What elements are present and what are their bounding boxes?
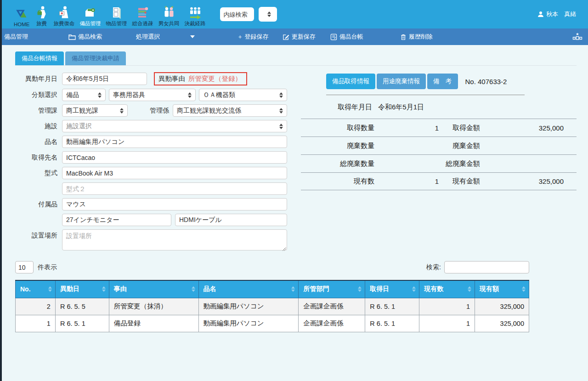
col-header-department[interactable]: 所管部門	[299, 280, 365, 298]
sitemap-icon	[572, 33, 582, 41]
col-header-current-qty[interactable]: 現有数	[419, 280, 475, 298]
managing-section-select[interactable]: 商工観光課	[62, 104, 128, 117]
header-row: No. 異動日 事由 品名 所管部門 取得日 現有数 現有額	[16, 280, 529, 298]
panel-tab-acquisition-info[interactable]: 備品取得情報	[326, 74, 375, 89]
panel-divider	[326, 95, 525, 95]
app-travel-report[interactable]: 旅費復命	[54, 1, 75, 27]
model-input[interactable]	[62, 167, 287, 179]
app-goods-management[interactable]: 物品管理	[106, 1, 127, 27]
gender-equality-icon	[162, 6, 176, 19]
table-search-label: 検索:	[426, 263, 441, 272]
acquired-amt-value: 325,000	[492, 124, 577, 132]
tab-equipment-ledger-info[interactable]: 備品台帳情報	[15, 51, 64, 65]
panel-tab-remarks[interactable]: 備 考	[427, 74, 458, 89]
resize-grip-icon[interactable]	[282, 247, 286, 251]
disposal-amt-label: 廃棄金額	[439, 142, 492, 150]
tab-bar: 備品台帳情報 備品管理決裁申請	[15, 51, 577, 66]
item-name-label: 品名	[15, 138, 57, 146]
sort-icon	[412, 286, 416, 292]
menu-history-delete[interactable]: 履歴削除	[400, 33, 433, 41]
col-header-acquired-date[interactable]: 取得日	[365, 280, 419, 298]
extension-select[interactable]	[259, 7, 277, 22]
table-row[interactable]: 1 R 6. 5. 1 備品登録 動画編集用パソコン 企画課企画係 R 6. 5…	[16, 315, 529, 332]
category-select-1[interactable]: 備品	[62, 89, 106, 101]
app-label: 備品管理	[80, 20, 101, 27]
app-label: 決裁経路	[185, 20, 206, 27]
menu-equipment-management[interactable]: 備品管理	[4, 33, 28, 41]
current-amt-label: 現有金額	[439, 177, 492, 186]
accessories-label: 付属品	[15, 200, 57, 209]
menu-update-save[interactable]: 更新保存	[283, 33, 316, 41]
col-header-no[interactable]: No.	[16, 280, 56, 298]
current-row: 現有数 1 現有金額 325,000	[301, 172, 577, 190]
accessory2-input[interactable]	[62, 214, 171, 226]
menu-equipment-ledger[interactable]: 備品台帳	[330, 33, 363, 41]
app-equipment-management[interactable]: 備品管理	[80, 1, 101, 27]
menu-equipment-search[interactable]: 備品検索	[68, 33, 102, 41]
updown-arrows-icon	[267, 11, 271, 17]
page-size-input[interactable]	[15, 261, 34, 273]
user-icon	[537, 11, 544, 17]
current-qty-value: 1	[374, 177, 439, 185]
sitemap-button[interactable]	[572, 33, 582, 41]
user-menu[interactable]: 秋本 真緒	[537, 10, 576, 18]
goods-management-icon	[110, 6, 124, 19]
transfer-reason-label: 異動事由	[158, 74, 185, 83]
app-home[interactable]: HOME	[14, 1, 30, 27]
managing-subsection-select[interactable]: 商工観光課観光交流係	[173, 104, 287, 117]
menu-register-save[interactable]: ＋ 登録保存	[237, 33, 269, 41]
history-table: No. 異動日 事由 品名 所管部門 取得日 現有数 現有額 2 R 6. 5.…	[15, 280, 529, 332]
category-select-2[interactable]: 事務用器具	[109, 89, 196, 101]
transfer-reason-value: 所管変更（登録）	[188, 74, 242, 83]
updown-arrows-icon	[279, 124, 283, 129]
disposal-row: 廃棄数量 廃棄金額	[301, 136, 577, 154]
model2-input[interactable]	[62, 182, 287, 195]
managing-section-label: 管理課	[15, 107, 57, 115]
sort-icon	[102, 286, 106, 292]
col-header-item-name[interactable]: 品名	[198, 280, 299, 298]
col-header-transfer-date[interactable]: 異動日	[55, 280, 109, 298]
supplier-input[interactable]	[62, 151, 287, 164]
item-name-input[interactable]	[62, 136, 287, 148]
panel-tab-disposal-info[interactable]: 用途廃棄情報	[377, 74, 426, 89]
menu-process-select-caret[interactable]	[190, 35, 195, 38]
menu-process-select[interactable]: 処理選択	[136, 33, 160, 41]
transfer-date-label: 異動年月日	[15, 75, 57, 83]
location-textarea[interactable]	[62, 229, 287, 250]
folder-icon	[68, 34, 76, 40]
accessory3-input[interactable]	[175, 214, 287, 226]
app-travel-expense[interactable]: 旅費	[35, 1, 49, 27]
app-gender-equality[interactable]: 男女共同	[158, 1, 180, 27]
disposal-qty-label: 廃棄数量	[301, 142, 374, 150]
current-amt-value: 325,000	[492, 177, 577, 185]
col-header-current-amt[interactable]: 現有額	[475, 280, 529, 298]
extension-search-input[interactable]	[220, 7, 254, 21]
menubar: 備品管理 備品検索 処理選択 ＋ 登録保存 更新保存 備品台帳 履歴削除	[0, 28, 588, 45]
tab-label: 備品管理決裁申請	[72, 54, 119, 63]
acquisition-date-value: 令和6年5月1日	[378, 103, 424, 112]
acquisition-panel: 備品取得情報 用途廃棄情報 備 考 No. 407633-2 取得年月日 令和6…	[301, 72, 577, 256]
col-header-reason[interactable]: 事由	[109, 280, 198, 298]
menu-label: 備品検索	[78, 33, 102, 41]
accessory1-input[interactable]	[62, 198, 287, 210]
category-select-3[interactable]: ＯＡ機器類	[199, 89, 287, 101]
menu-label: 処理選択	[136, 33, 160, 41]
sort-icon	[358, 286, 362, 292]
model-label: 型式	[15, 169, 57, 177]
app-label: 物品管理	[106, 20, 127, 27]
total-disposal-amt-label: 総廃棄金額	[439, 159, 492, 168]
sort-icon	[291, 286, 295, 292]
app-approval-route[interactable]: 決裁経路	[185, 1, 206, 27]
total-disposal-qty-label: 総廃棄数量	[301, 159, 374, 168]
tab-equipment-approval-request[interactable]: 備品管理決裁申請	[65, 51, 126, 65]
updown-arrows-icon	[279, 92, 283, 98]
managing-subsection-label: 管理係	[128, 107, 169, 115]
facility-select[interactable]: 施設選択	[62, 120, 287, 132]
app-depopulation[interactable]: 総合過疎	[132, 1, 153, 27]
topbar: HOME 旅費 旅費復命 備品管理 物品管理 総合過疎 男女共同 決裁経路 秋本…	[0, 0, 588, 28]
caret-down-icon	[190, 35, 195, 38]
app-label: 男女共同	[158, 20, 180, 27]
table-row[interactable]: 2 R 6. 5. 5 所管変更（抹消） 動画編集用パソコン 企画課企画係 R …	[16, 298, 529, 315]
table-search-input[interactable]	[444, 261, 529, 273]
transfer-date-input[interactable]	[62, 73, 147, 85]
